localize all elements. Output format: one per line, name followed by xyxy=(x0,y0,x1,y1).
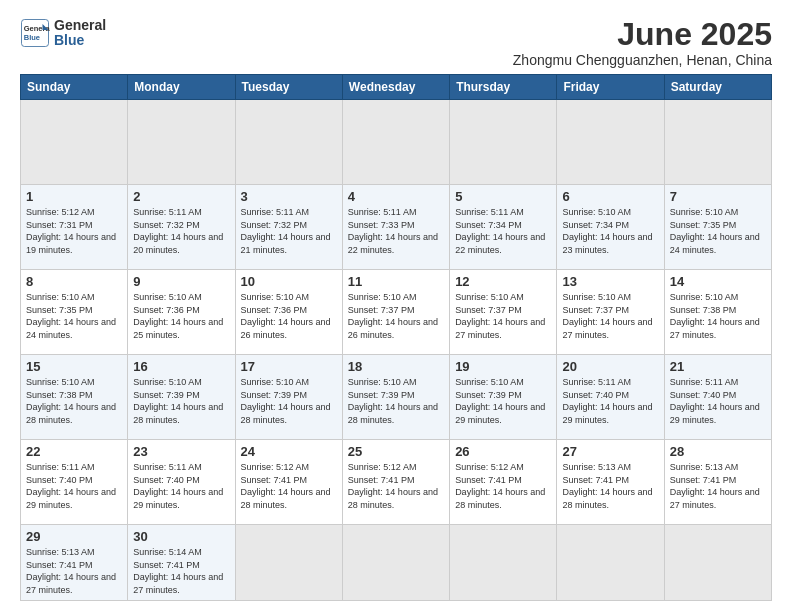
calendar-title: June 2025 xyxy=(513,18,772,50)
calendar-table: Sunday Monday Tuesday Wednesday Thursday… xyxy=(20,74,772,601)
calendar-cell: 29Sunrise: 5:13 AMSunset: 7:41 PMDayligh… xyxy=(21,525,128,601)
svg-text:Blue: Blue xyxy=(24,33,40,42)
weekday-header-row: Sunday Monday Tuesday Wednesday Thursday… xyxy=(21,75,772,100)
calendar-cell: 18Sunrise: 5:10 AMSunset: 7:39 PMDayligh… xyxy=(342,355,449,440)
page: General Blue General Blue June 2025 Zhon… xyxy=(0,0,792,612)
day-number: 27 xyxy=(562,444,658,459)
header-wednesday: Wednesday xyxy=(342,75,449,100)
day-number: 13 xyxy=(562,274,658,289)
day-number: 5 xyxy=(455,189,551,204)
header-sunday: Sunday xyxy=(21,75,128,100)
day-info: Sunrise: 5:12 AMSunset: 7:41 PMDaylight:… xyxy=(241,461,337,511)
calendar-cell: 9Sunrise: 5:10 AMSunset: 7:36 PMDaylight… xyxy=(128,270,235,355)
day-number: 20 xyxy=(562,359,658,374)
calendar-cell: 3Sunrise: 5:11 AMSunset: 7:32 PMDaylight… xyxy=(235,185,342,270)
calendar-cell xyxy=(664,100,771,185)
day-number: 30 xyxy=(133,529,229,544)
day-info: Sunrise: 5:10 AMSunset: 7:39 PMDaylight:… xyxy=(241,376,337,426)
day-info: Sunrise: 5:11 AMSunset: 7:32 PMDaylight:… xyxy=(241,206,337,256)
calendar-cell: 22Sunrise: 5:11 AMSunset: 7:40 PMDayligh… xyxy=(21,440,128,525)
calendar-cell xyxy=(128,100,235,185)
calendar-cell: 11Sunrise: 5:10 AMSunset: 7:37 PMDayligh… xyxy=(342,270,449,355)
day-number: 29 xyxy=(26,529,122,544)
header-monday: Monday xyxy=(128,75,235,100)
day-info: Sunrise: 5:10 AMSunset: 7:39 PMDaylight:… xyxy=(348,376,444,426)
title-block: June 2025 Zhongmu Chengguanzhen, Henan, … xyxy=(513,18,772,68)
calendar-cell: 8Sunrise: 5:10 AMSunset: 7:35 PMDaylight… xyxy=(21,270,128,355)
day-info: Sunrise: 5:10 AMSunset: 7:36 PMDaylight:… xyxy=(241,291,337,341)
calendar-cell xyxy=(21,100,128,185)
day-number: 8 xyxy=(26,274,122,289)
calendar-cell: 20Sunrise: 5:11 AMSunset: 7:40 PMDayligh… xyxy=(557,355,664,440)
calendar-cell xyxy=(557,100,664,185)
calendar-subtitle: Zhongmu Chengguanzhen, Henan, China xyxy=(513,52,772,68)
logo: General Blue General Blue xyxy=(20,18,106,49)
day-number: 23 xyxy=(133,444,229,459)
calendar-cell xyxy=(450,525,557,601)
day-info: Sunrise: 5:10 AMSunset: 7:35 PMDaylight:… xyxy=(670,206,766,256)
day-number: 28 xyxy=(670,444,766,459)
day-info: Sunrise: 5:10 AMSunset: 7:39 PMDaylight:… xyxy=(133,376,229,426)
day-number: 25 xyxy=(348,444,444,459)
calendar-cell xyxy=(557,525,664,601)
day-info: Sunrise: 5:10 AMSunset: 7:39 PMDaylight:… xyxy=(455,376,551,426)
calendar-cell: 30Sunrise: 5:14 AMSunset: 7:41 PMDayligh… xyxy=(128,525,235,601)
day-info: Sunrise: 5:10 AMSunset: 7:35 PMDaylight:… xyxy=(26,291,122,341)
calendar-cell: 21Sunrise: 5:11 AMSunset: 7:40 PMDayligh… xyxy=(664,355,771,440)
day-info: Sunrise: 5:13 AMSunset: 7:41 PMDaylight:… xyxy=(26,546,122,596)
day-info: Sunrise: 5:12 AMSunset: 7:31 PMDaylight:… xyxy=(26,206,122,256)
calendar-cell: 12Sunrise: 5:10 AMSunset: 7:37 PMDayligh… xyxy=(450,270,557,355)
calendar-cell: 24Sunrise: 5:12 AMSunset: 7:41 PMDayligh… xyxy=(235,440,342,525)
calendar-cell: 13Sunrise: 5:10 AMSunset: 7:37 PMDayligh… xyxy=(557,270,664,355)
calendar-cell xyxy=(235,100,342,185)
header: General Blue General Blue June 2025 Zhon… xyxy=(20,18,772,68)
header-thursday: Thursday xyxy=(450,75,557,100)
day-number: 22 xyxy=(26,444,122,459)
day-number: 21 xyxy=(670,359,766,374)
day-info: Sunrise: 5:11 AMSunset: 7:32 PMDaylight:… xyxy=(133,206,229,256)
day-info: Sunrise: 5:11 AMSunset: 7:34 PMDaylight:… xyxy=(455,206,551,256)
calendar-cell xyxy=(235,525,342,601)
header-saturday: Saturday xyxy=(664,75,771,100)
calendar-cell: 26Sunrise: 5:12 AMSunset: 7:41 PMDayligh… xyxy=(450,440,557,525)
day-info: Sunrise: 5:10 AMSunset: 7:38 PMDaylight:… xyxy=(670,291,766,341)
day-info: Sunrise: 5:10 AMSunset: 7:36 PMDaylight:… xyxy=(133,291,229,341)
calendar-cell: 23Sunrise: 5:11 AMSunset: 7:40 PMDayligh… xyxy=(128,440,235,525)
calendar-cell: 25Sunrise: 5:12 AMSunset: 7:41 PMDayligh… xyxy=(342,440,449,525)
calendar-cell: 7Sunrise: 5:10 AMSunset: 7:35 PMDaylight… xyxy=(664,185,771,270)
day-number: 6 xyxy=(562,189,658,204)
day-info: Sunrise: 5:10 AMSunset: 7:38 PMDaylight:… xyxy=(26,376,122,426)
day-info: Sunrise: 5:10 AMSunset: 7:34 PMDaylight:… xyxy=(562,206,658,256)
calendar-cell xyxy=(342,100,449,185)
day-info: Sunrise: 5:14 AMSunset: 7:41 PMDaylight:… xyxy=(133,546,229,596)
day-info: Sunrise: 5:10 AMSunset: 7:37 PMDaylight:… xyxy=(455,291,551,341)
day-number: 10 xyxy=(241,274,337,289)
calendar-cell xyxy=(342,525,449,601)
day-number: 1 xyxy=(26,189,122,204)
day-info: Sunrise: 5:11 AMSunset: 7:40 PMDaylight:… xyxy=(670,376,766,426)
day-number: 11 xyxy=(348,274,444,289)
logo-general: General xyxy=(54,18,106,33)
calendar-cell: 6Sunrise: 5:10 AMSunset: 7:34 PMDaylight… xyxy=(557,185,664,270)
header-tuesday: Tuesday xyxy=(235,75,342,100)
calendar-cell: 27Sunrise: 5:13 AMSunset: 7:41 PMDayligh… xyxy=(557,440,664,525)
calendar-cell: 19Sunrise: 5:10 AMSunset: 7:39 PMDayligh… xyxy=(450,355,557,440)
calendar-cell: 5Sunrise: 5:11 AMSunset: 7:34 PMDaylight… xyxy=(450,185,557,270)
day-number: 18 xyxy=(348,359,444,374)
calendar-cell xyxy=(664,525,771,601)
calendar-cell: 17Sunrise: 5:10 AMSunset: 7:39 PMDayligh… xyxy=(235,355,342,440)
day-number: 26 xyxy=(455,444,551,459)
day-info: Sunrise: 5:13 AMSunset: 7:41 PMDaylight:… xyxy=(562,461,658,511)
calendar-cell: 10Sunrise: 5:10 AMSunset: 7:36 PMDayligh… xyxy=(235,270,342,355)
day-number: 19 xyxy=(455,359,551,374)
day-number: 15 xyxy=(26,359,122,374)
calendar-cell: 16Sunrise: 5:10 AMSunset: 7:39 PMDayligh… xyxy=(128,355,235,440)
calendar-cell: 1Sunrise: 5:12 AMSunset: 7:31 PMDaylight… xyxy=(21,185,128,270)
day-info: Sunrise: 5:11 AMSunset: 7:40 PMDaylight:… xyxy=(562,376,658,426)
day-info: Sunrise: 5:10 AMSunset: 7:37 PMDaylight:… xyxy=(562,291,658,341)
day-info: Sunrise: 5:13 AMSunset: 7:41 PMDaylight:… xyxy=(670,461,766,511)
day-number: 2 xyxy=(133,189,229,204)
calendar-cell: 14Sunrise: 5:10 AMSunset: 7:38 PMDayligh… xyxy=(664,270,771,355)
day-number: 16 xyxy=(133,359,229,374)
day-info: Sunrise: 5:11 AMSunset: 7:40 PMDaylight:… xyxy=(26,461,122,511)
